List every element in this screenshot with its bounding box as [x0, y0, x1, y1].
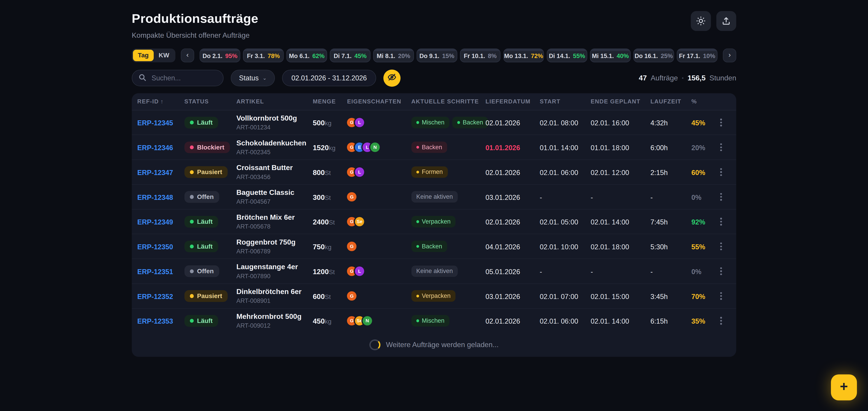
status-badge: Offen — [184, 191, 219, 203]
quantity-value: 1200 — [313, 268, 329, 276]
step-dot-icon — [416, 319, 419, 322]
ref-id-link[interactable]: ERP-12350 — [137, 243, 173, 251]
kebab-menu-icon[interactable] — [718, 116, 724, 129]
kebab-menu-icon[interactable] — [718, 191, 724, 203]
day-chip-percent: 55% — [573, 53, 585, 60]
ref-id-link[interactable]: ERP-12349 — [137, 218, 173, 226]
kebab-menu-icon[interactable] — [718, 166, 724, 178]
filter-bar: Status ⌄ 02.01.2026 - 31.12.2026 47 Auft… — [132, 70, 736, 87]
day-chip[interactable]: Di 14.1. 55% — [547, 48, 587, 62]
ref-id-link[interactable]: ERP-12346 — [137, 144, 173, 151]
article-code: ART-005678 — [237, 223, 313, 230]
day-chip-label: Fr 3.1. — [247, 53, 265, 60]
table-row[interactable]: ERP-12346 Blockiert Schokoladenkuchen AR… — [132, 135, 736, 160]
day-chip[interactable]: Mo 6.1. 62% — [286, 48, 327, 62]
upload-icon — [722, 16, 731, 25]
day-chip[interactable]: Do 16.1. 25% — [633, 48, 674, 62]
step-dot-icon — [416, 245, 419, 248]
date-range-picker[interactable]: 02.01.2026 - 31.12.2026 — [282, 70, 376, 86]
ref-id-link[interactable]: ERP-12352 — [137, 293, 173, 300]
runtime-value: - — [651, 194, 653, 201]
status-badge: Offen — [184, 265, 219, 277]
search-icon — [139, 73, 146, 83]
search-box[interactable] — [132, 70, 224, 86]
status-dot-icon — [190, 195, 194, 199]
step-chip: Mischen — [411, 117, 450, 128]
active-steps: Mischen — [411, 315, 486, 327]
quantity-unit: St — [329, 269, 335, 275]
article-name: Brötchen Mix 6er — [237, 213, 313, 221]
view-toggle-week[interactable]: KW — [154, 50, 174, 61]
view-toggle-day[interactable]: Tag — [133, 50, 154, 61]
day-chip[interactable]: Fr 3.1. 78% — [243, 48, 284, 62]
property-badges: GSeN — [347, 316, 411, 326]
quantity-unit: kg — [329, 144, 336, 151]
day-chip[interactable]: Di 7.1. 45% — [330, 48, 370, 62]
day-chip-percent: 45% — [354, 53, 367, 60]
hours-value: 156,5 — [688, 74, 706, 82]
progress-percent: 20% — [691, 144, 705, 151]
step-chip: Verpacken — [411, 216, 456, 228]
day-chip[interactable]: Mo 13.1. 72% — [503, 48, 544, 62]
property-badges: GL — [347, 267, 411, 276]
hide-completed-button[interactable] — [383, 70, 401, 87]
progress-percent: 60% — [691, 169, 705, 176]
property-badge: Se — [355, 217, 364, 227]
delivery-date: 04.01.2026 — [486, 243, 520, 251]
step-dot-icon — [416, 171, 419, 173]
table-row[interactable]: ERP-12347 Pausiert Croissant Butter ART-… — [132, 160, 736, 185]
status-filter-select[interactable]: Status ⌄ — [231, 70, 275, 86]
quantity-value: 600 — [313, 293, 325, 301]
days-next-button[interactable]: › — [723, 48, 736, 62]
day-chip[interactable]: Fr 17.1. 10% — [677, 48, 717, 62]
kebab-menu-icon[interactable] — [718, 141, 724, 153]
ref-id-link[interactable]: ERP-12348 — [137, 194, 173, 201]
table-body: ERP-12345 Läuft Vollkornbrot 500g ART-00… — [132, 110, 736, 333]
ref-id-link[interactable]: ERP-12353 — [137, 317, 173, 325]
quantity-unit: St — [325, 194, 331, 201]
days-prev-button[interactable]: ‹ — [181, 48, 194, 62]
table-row[interactable]: ERP-12349 Läuft Brötchen Mix 6er ART-005… — [132, 210, 736, 234]
ref-id-link[interactable]: ERP-12347 — [137, 169, 173, 176]
table-row[interactable]: ERP-12348 Offen Baguette Classic ART-004… — [132, 185, 736, 210]
quantity-unit: St — [329, 219, 335, 226]
step-chip: Backen — [411, 142, 447, 153]
ref-id-link[interactable]: ERP-12345 — [137, 119, 173, 127]
property-badges: GSe — [347, 217, 411, 227]
day-progress-track — [200, 49, 240, 51]
planned-end-time: 02.01. 12:00 — [591, 169, 629, 176]
status-badge: Läuft — [184, 117, 218, 129]
ref-id-link[interactable]: ERP-12351 — [137, 268, 173, 275]
status-dot-icon — [190, 170, 194, 174]
theme-toggle-button[interactable] — [691, 11, 711, 31]
table-row[interactable]: ERP-12353 Läuft Mehrkornbrot 500g ART-00… — [132, 309, 736, 333]
kebab-menu-icon[interactable] — [718, 290, 724, 302]
progress-percent: 92% — [691, 218, 705, 226]
table-row[interactable]: ERP-12351 Offen Laugenstange 4er ART-007… — [132, 259, 736, 284]
table-header-row: REF-ID↑STATUSARTIKELMENGEEIGENSCHAFTENAK… — [132, 93, 736, 110]
day-chip[interactable]: Mi 8.1. 20% — [373, 48, 414, 62]
column-header: LAUFZEIT — [651, 98, 691, 105]
export-button[interactable] — [716, 11, 736, 31]
table-row[interactable]: ERP-12350 Läuft Roggenbrot 750g ART-0067… — [132, 234, 736, 259]
day-chip[interactable]: Do 9.1. 15% — [416, 48, 457, 62]
day-progress-track — [330, 49, 370, 51]
table-row[interactable]: ERP-12345 Läuft Vollkornbrot 500g ART-00… — [132, 110, 736, 135]
day-chip[interactable]: Fr 10.1. 8% — [460, 48, 501, 62]
kebab-menu-icon[interactable] — [718, 315, 724, 327]
kebab-menu-icon[interactable] — [718, 216, 724, 228]
table-row[interactable]: ERP-12352 Pausiert Dinkelbrötchen 6er AR… — [132, 284, 736, 309]
day-chip[interactable]: Do 2.1. 95% — [199, 48, 240, 62]
article-name: Mehrkornbrot 500g — [237, 312, 313, 321]
kebab-menu-icon[interactable] — [718, 265, 724, 277]
day-chip[interactable]: Mi 15.1. 40% — [590, 48, 631, 62]
status-dot-icon — [190, 294, 194, 298]
status-badge: Läuft — [184, 315, 218, 327]
day-chip-label: Mo 6.1. — [289, 53, 309, 60]
progress-percent: 35% — [691, 317, 705, 325]
kebab-menu-icon[interactable] — [718, 240, 724, 252]
search-input[interactable] — [151, 74, 217, 83]
add-order-fab[interactable]: + — [831, 374, 857, 400]
column-header: AKTUELLE SCHRITTE — [411, 98, 486, 105]
column-header[interactable]: REF-ID↑ — [137, 98, 184, 105]
